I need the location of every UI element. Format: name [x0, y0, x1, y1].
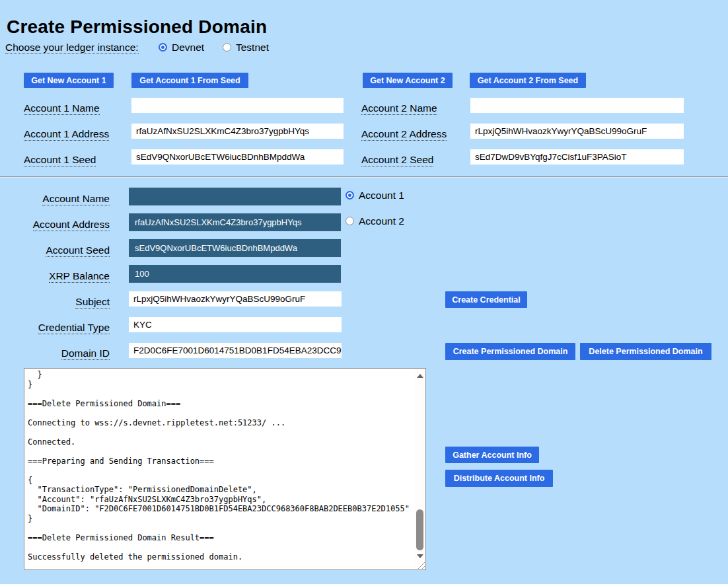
account2-name-label: Account 2 Name [361, 102, 437, 114]
delete-permissioned-domain-button[interactable]: Delete Permissioned Domain [580, 343, 711, 360]
testnet-radio[interactable] [223, 43, 231, 52]
account-address-label: Account Address [0, 219, 110, 231]
result-textarea[interactable]: } } ===Delete Permissioned Domain=== Con… [24, 368, 426, 570]
scroll-up-arrow-icon[interactable] [417, 374, 423, 378]
account1-address-label: Account 1 Address [24, 128, 109, 140]
account2-address-input[interactable] [470, 124, 684, 139]
account-name-label: Account Name [0, 193, 110, 205]
page-title: Create Permissioned Domain [7, 17, 267, 38]
scroll-down-arrow-icon[interactable] [417, 554, 423, 558]
get-new-account1-button[interactable]: Get New Account 1 [24, 73, 114, 88]
account1-seed-label: Account 1 Seed [24, 154, 96, 166]
page: Create Permissioned Domain Choose your l… [0, 0, 728, 584]
subject-label: Subject [0, 296, 110, 308]
section-divider [0, 176, 728, 178]
get-new-account2-button[interactable]: Get New Account 2 [363, 73, 453, 88]
use-account2-radio[interactable] [346, 217, 354, 225]
ledger-instance-label-text: Choose your ledger instance: [5, 42, 139, 54]
account2-seed-input[interactable] [470, 149, 684, 164]
create-credential-button[interactable]: Create Credential [445, 291, 527, 308]
xrp-balance-input[interactable] [129, 265, 341, 283]
distribute-account-info-button[interactable]: Distribute Account Info [445, 470, 553, 487]
account1-name-label: Account 1 Name [24, 102, 100, 114]
account1-name-input[interactable] [131, 98, 344, 113]
result-text: } } ===Delete Permissioned Domain=== Con… [24, 369, 414, 569]
account-seed-input[interactable] [129, 239, 341, 257]
domain-id-input[interactable] [129, 343, 342, 358]
account1-address-input[interactable] [131, 124, 344, 139]
devnet-radio-label[interactable]: Devnet [172, 42, 204, 54]
testnet-radio-label[interactable]: Testnet [236, 42, 269, 54]
domain-id-label: Domain ID [0, 347, 110, 359]
use-account1-radio[interactable] [346, 191, 354, 200]
account2-seed-label: Account 2 Seed [361, 154, 433, 166]
gather-account-info-button[interactable]: Gather Account Info [445, 447, 539, 463]
devnet-radio[interactable] [159, 43, 167, 52]
use-account2-radio-label[interactable]: Account 2 [359, 215, 404, 227]
account-seed-label: Account Seed [0, 244, 110, 256]
create-permissioned-domain-button[interactable]: Create Permissioned Domain [445, 343, 575, 360]
scrollbar-thumb[interactable] [416, 509, 423, 550]
account2-address-label: Account 2 Address [361, 128, 447, 140]
xrp-balance-label: XRP Balance [0, 270, 110, 282]
vertical-scrollbar[interactable] [415, 369, 425, 569]
get-account1-from-seed-button[interactable]: Get Account 1 From Seed [131, 73, 248, 88]
account2-name-input[interactable] [470, 98, 684, 113]
get-account2-from-seed-button[interactable]: Get Account 2 From Seed [470, 73, 586, 88]
credential-type-input[interactable] [129, 317, 342, 332]
credential-type-label: Credential Type [0, 322, 110, 334]
use-account1-radio-label[interactable]: Account 1 [359, 190, 404, 201]
account-address-input[interactable] [129, 213, 341, 231]
ledger-instance-label: Choose your ledger instance: [5, 42, 139, 54]
subject-input[interactable] [129, 291, 342, 307]
account-name-input[interactable] [129, 188, 341, 205]
account1-seed-input[interactable] [131, 149, 344, 164]
